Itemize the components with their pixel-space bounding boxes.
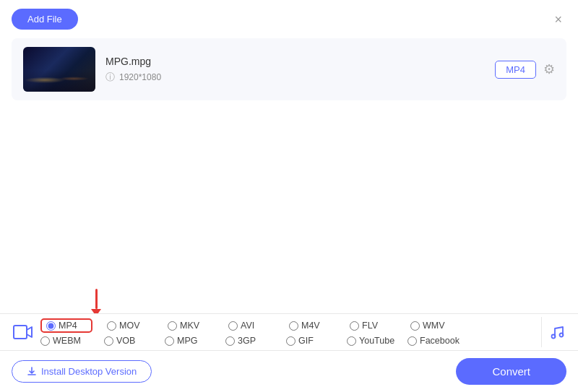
format-label-avi: AVI [241, 321, 254, 331]
svg-rect-0 [14, 326, 27, 339]
format-badge-button[interactable]: MP4 [495, 61, 536, 79]
format-radio-avi[interactable] [228, 321, 238, 331]
format-radio-mp4[interactable] [46, 321, 56, 331]
format-label-mkv: MKV [180, 321, 199, 331]
format-radio-mkv[interactable] [168, 321, 177, 331]
audio-format-icon[interactable] [541, 317, 572, 347]
file-info: MPG.mpg ⓘ 1920*1080 [105, 56, 485, 84]
file-thumbnail [23, 47, 95, 92]
file-meta: ⓘ 1920*1080 [105, 71, 485, 84]
format-radio-gif[interactable] [286, 336, 296, 346]
top-bar: Add File × [0, 0, 578, 35]
format-option-3gp[interactable]: 3GP [225, 336, 283, 346]
file-row: MPG.mpg ⓘ 1920*1080 MP4 ⚙ [12, 38, 566, 100]
file-name: MPG.mpg [105, 56, 485, 67]
install-desktop-button[interactable]: Install Desktop Version [12, 360, 152, 383]
add-file-button[interactable]: Add File [12, 9, 78, 30]
video-format-icon[interactable] [6, 316, 40, 348]
format-radio-3gp[interactable] [225, 336, 235, 346]
format-option-mov[interactable]: MOV [107, 321, 165, 331]
format-option-m4v[interactable]: M4V [289, 321, 347, 331]
format-label-gif: GIF [298, 336, 314, 346]
file-resolution: 1920*1080 [119, 72, 161, 82]
convert-button[interactable]: Convert [456, 358, 566, 385]
format-option-youtube[interactable]: YouTube [347, 336, 405, 346]
format-label-webm: WEBM [53, 336, 81, 346]
format-radio-youtube[interactable] [347, 336, 356, 346]
format-option-avi[interactable]: AVI [228, 321, 286, 331]
format-option-gif[interactable]: GIF [286, 336, 344, 346]
format-option-vob[interactable]: VOB [104, 336, 162, 346]
format-label-vob: VOB [116, 336, 135, 346]
format-option-wmv[interactable]: WMV [410, 321, 468, 331]
format-radio-facebook[interactable] [407, 336, 417, 346]
format-label-3gp: 3GP [238, 336, 256, 346]
format-label-m4v: M4V [301, 321, 320, 331]
file-actions: MP4 ⚙ [495, 61, 555, 79]
action-bar: Install Desktop Version Convert [0, 351, 578, 392]
format-option-mpg[interactable]: MPG [165, 336, 223, 346]
format-bar: MP4 MOV MKV AVI M4V [0, 313, 578, 351]
format-options: MP4 MOV MKV AVI M4V [40, 314, 541, 350]
middle-area [0, 100, 578, 281]
format-radio-webm[interactable] [40, 336, 50, 346]
format-label-mov: MOV [119, 321, 139, 331]
format-option-mkv[interactable]: MKV [168, 321, 225, 331]
format-label-facebook: Facebook [420, 336, 460, 346]
format-label-flv: FLV [362, 321, 378, 331]
arrow-indicator [91, 289, 101, 316]
format-radio-mpg[interactable] [165, 336, 174, 346]
format-label-mp4: MP4 [59, 321, 77, 331]
format-row-1: MP4 MOV MKV AVI M4V [40, 318, 541, 333]
format-radio-mov[interactable] [107, 321, 116, 331]
close-button[interactable]: × [550, 12, 566, 27]
format-option-mp4[interactable]: MP4 [40, 318, 98, 333]
format-radio-flv[interactable] [350, 321, 359, 331]
svg-point-2 [560, 334, 564, 337]
format-radio-m4v[interactable] [289, 321, 298, 331]
format-option-webm[interactable]: WEBM [40, 336, 98, 346]
format-label-youtube: YouTube [359, 336, 394, 346]
format-radio-vob[interactable] [104, 336, 113, 346]
svg-point-1 [552, 335, 556, 339]
bottom-area: MP4 MOV MKV AVI M4V [0, 313, 578, 392]
format-label-mpg: MPG [177, 336, 197, 346]
download-icon [27, 367, 37, 377]
format-option-flv[interactable]: FLV [350, 321, 407, 331]
format-option-facebook[interactable]: Facebook [407, 336, 465, 346]
format-radio-wmv[interactable] [410, 321, 420, 331]
install-label: Install Desktop Version [41, 366, 137, 377]
format-row-2: WEBM VOB MPG 3GP GIF [40, 336, 541, 346]
settings-button[interactable]: ⚙ [543, 61, 555, 77]
info-icon: ⓘ [105, 71, 115, 84]
format-label-wmv: WMV [423, 321, 445, 331]
